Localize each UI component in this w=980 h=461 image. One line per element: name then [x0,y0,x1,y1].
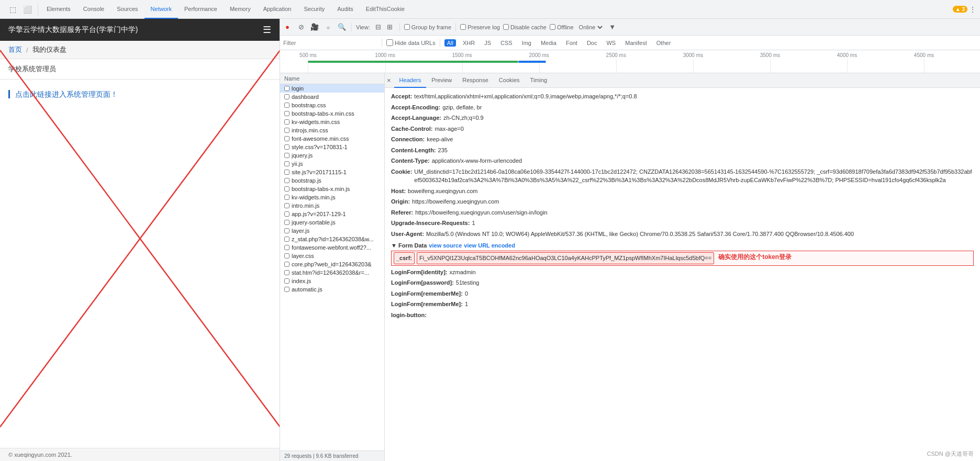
files-header: Name [280,73,384,84]
filter-icon[interactable]: ⬦ [323,22,333,32]
inspect-icon[interactable]: ⬚ [6,3,19,16]
view-list-icon[interactable]: ⊟ [373,22,384,32]
file-row[interactable]: dashboard [280,93,384,101]
disable-cache-checkbox[interactable]: Disable cache [503,24,547,30]
admin-link[interactable]: 点击此链接进入系统管理页面！ [8,90,118,98]
more-options-icon[interactable]: ⋮ [967,4,978,15]
file-row[interactable]: z_stat.php?id=1264362038&w... [280,235,384,243]
filter-type-all[interactable]: All [444,39,456,47]
tab-network[interactable]: Network [144,0,178,19]
hide-data-urls-checkbox[interactable]: Hide data URLs [386,39,436,46]
filter-type-doc[interactable]: Doc [584,39,600,47]
details-tab-cookies[interactable]: Cookies [494,73,525,88]
throttle-dropdown-icon[interactable]: ▼ [607,22,618,32]
timeline-progress-green [308,61,518,63]
user-role-label: 学校系统管理员 [8,65,56,73]
details-tab-timing[interactable]: Timing [525,73,553,88]
file-row[interactable]: bootstrap-tabs-x.min.css [280,109,384,118]
details-tab-preview[interactable]: Preview [426,73,457,88]
tick-3500ms: 3500 ms [760,52,780,58]
tick-2000ms: 2000 ms [529,52,549,58]
camera-icon[interactable]: 🎥 [309,22,320,32]
file-row[interactable]: core.php?web_id=126436203& [280,260,384,268]
header-row: Origin:https://boweifeng.xueqingyun.com [391,197,974,206]
tick-4500ms: 4500 ms [914,52,934,58]
tab-editthiscookie[interactable]: EditThisCookie [360,0,411,19]
filter-type-img[interactable]: Img [519,39,534,47]
devtools-icon-group: ⬚ ⬜ [2,3,38,16]
tab-security[interactable]: Security [297,0,331,19]
hamburger-menu-icon[interactable]: ☰ [263,24,271,36]
throttle-select[interactable]: Online [577,24,604,31]
filter-type-media[interactable]: Media [538,39,559,47]
timeline-progress-blue [518,61,546,63]
breadcrumb-home[interactable]: 首页 [8,45,22,54]
files-list[interactable]: logindashboardbootstrap.cssbootstrap-tab… [280,84,384,451]
filter-type-ws[interactable]: WS [604,39,618,47]
file-row[interactable]: font-awesome.min.css [280,134,384,143]
filter-type-font[interactable]: Font [563,39,580,47]
file-row[interactable]: kv-widgets.min.js [280,193,384,201]
devtools-panel: ● ⊘ 🎥 ⬦ 🔍 View: ⊟ ⊞ Group by frame Prese… [280,19,980,461]
filter-type-js[interactable]: JS [482,39,494,47]
preserve-log-checkbox[interactable]: Preserve log [460,24,500,30]
offline-checkbox[interactable]: Offline [550,24,574,30]
header-row: Content-Type:application/x-www-form-urle… [391,156,974,165]
webpage-content: 点击此链接进入系统管理页面！ [0,80,280,448]
filter-type-css[interactable]: CSS [498,39,515,47]
tab-sources[interactable]: Sources [110,0,144,19]
tab-performance[interactable]: Performance [178,0,224,19]
search-icon[interactable]: 🔍 [337,22,347,32]
header-row: User-Agent:Mozilla/5.0 (Windows NT 10.0;… [391,230,974,239]
hide-data-urls-label: Hide data URLs [395,40,436,46]
filter-separator-1 [382,39,382,47]
details-tab-headers[interactable]: Headers [394,73,427,88]
copyright-text: © xueqingyun.com 2021. [8,452,72,458]
tab-memory[interactable]: Memory [224,0,257,19]
file-row[interactable]: app.js?v=2017-129-1 [280,210,384,218]
file-row[interactable]: index.js [280,277,384,285]
file-row[interactable]: bootstrap-tabs-x.min.js [280,185,384,193]
network-toolbar: ● ⊘ 🎥 ⬦ 🔍 View: ⊟ ⊞ Group by frame Prese… [280,19,980,36]
filter-type-manifest[interactable]: Manifest [622,39,650,47]
file-row[interactable]: login [280,84,384,93]
file-row[interactable]: intro.min.js [280,201,384,210]
file-row[interactable]: layer.css [280,252,384,260]
file-row[interactable]: layer.js [280,227,384,235]
tab-application[interactable]: Application [257,0,298,19]
file-row[interactable]: yii.js [280,160,384,168]
file-row[interactable]: jquery.js [280,151,384,160]
file-row[interactable]: fontawesome-webfont.woff2?... [280,243,384,252]
breadcrumb: 首页 / 我的仪表盘 [0,41,280,59]
webpage-title: 学擎云学情大数据服务平台(学掌门中学) [8,25,138,35]
tab-audits[interactable]: Audits [331,0,360,19]
clear-icon[interactable]: ⊘ [296,22,306,32]
view-large-icon[interactable]: ⊞ [385,22,395,32]
tab-elements[interactable]: Elements [40,0,77,19]
filter-type-xhr[interactable]: XHR [460,39,477,47]
header-row: Content-Length:235 [391,146,974,155]
file-row[interactable]: style.css?v=170831-1 [280,143,384,151]
group-by-frame-checkbox[interactable]: Group by frame [404,24,451,30]
tab-console[interactable]: Console [77,0,110,19]
filter-type-other[interactable]: Other [654,39,674,47]
file-row[interactable]: bootstrap.js [280,176,384,185]
details-tab-response[interactable]: Response [457,73,494,88]
file-row[interactable]: kv-widgets.min.css [280,118,384,126]
filter-input[interactable] [283,40,377,46]
toolbar-separator-2 [399,23,400,31]
tick-3000ms: 3000 ms [683,52,703,58]
file-row[interactable]: automatic.js [280,285,384,294]
record-icon[interactable]: ● [282,22,293,32]
file-row[interactable]: site.js?v=20171115-1 [280,168,384,176]
close-details-button[interactable]: × [387,76,391,84]
timeline-bar[interactable]: 500 ms 1000 ms 1500 ms 2000 ms 2500 ms [280,50,980,73]
devtools-tab-bar: ⬚ ⬜ Elements Console Sources Network Per… [0,0,980,19]
file-row[interactable]: bootstrap.css [280,101,384,109]
header-row: Host:boweifeng.xueqingyun.com [391,187,974,196]
form-data-section-header[interactable]: ▼ Form Data view source view URL encoded [391,242,974,249]
file-row[interactable]: introjs.min.css [280,126,384,134]
file-row[interactable]: stat.htm?id=1264362038&r=... [280,268,384,277]
file-row[interactable]: jquery-sortable.js [280,218,384,227]
device-icon[interactable]: ⬜ [21,3,34,16]
